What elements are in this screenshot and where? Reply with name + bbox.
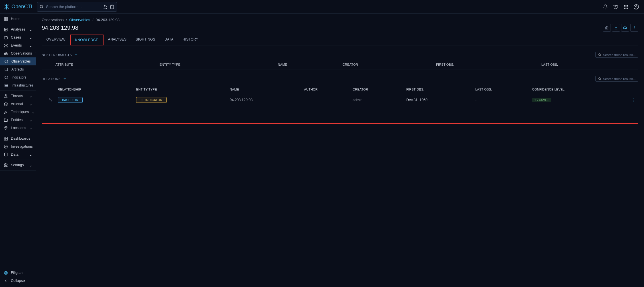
svg-rect-3 xyxy=(624,5,625,6)
tab-sightings[interactable]: SIGHTINGS xyxy=(131,35,160,45)
nav-entities[interactable]: Entities⌄ xyxy=(0,116,36,124)
col-first-obs[interactable]: FIRST OBS. xyxy=(434,60,539,69)
nav-dashboards[interactable]: Dashboards xyxy=(0,135,36,143)
nav-home[interactable]: Home xyxy=(0,15,36,23)
svg-rect-14 xyxy=(4,17,5,18)
clipboard-icon[interactable] xyxy=(110,5,114,9)
tab-analyses[interactable]: ANALYSES xyxy=(104,35,131,45)
apps-button[interactable] xyxy=(622,3,630,11)
search-input[interactable] xyxy=(46,5,101,9)
chevron-down-icon: ⌄ xyxy=(29,102,32,106)
database-icon xyxy=(3,152,8,157)
nav-artifacts[interactable]: Artifacts xyxy=(0,65,36,73)
bank-icon xyxy=(605,26,609,30)
nav-techniques[interactable]: Techniques⌄ xyxy=(0,108,36,116)
relations-search[interactable] xyxy=(595,76,638,82)
tab-history[interactable]: HISTORY xyxy=(178,35,203,45)
folder-icon xyxy=(3,118,8,122)
table-row[interactable]: BASED ON INDICATOR 94.203.129.98 admin D… xyxy=(42,94,638,106)
user-circle-icon xyxy=(633,4,639,10)
nav-locations[interactable]: Locations⌄ xyxy=(0,124,36,132)
nav-observations[interactable]: Observations⌃ xyxy=(0,49,36,57)
nested-search[interactable] xyxy=(595,52,638,58)
add-relation-button[interactable]: + xyxy=(63,76,66,81)
breadcrumb-observables[interactable]: Observables xyxy=(69,18,90,22)
nav-cases[interactable]: Cases⌄ xyxy=(0,33,36,41)
nav-observables[interactable]: Observables xyxy=(0,57,36,65)
svg-point-43 xyxy=(599,54,601,56)
action-download[interactable] xyxy=(612,24,620,32)
svg-point-36 xyxy=(4,145,7,148)
more-vert-icon xyxy=(632,26,636,30)
nav-indicators[interactable]: Indicators xyxy=(0,73,36,81)
tab-overview[interactable]: OVERVIEW xyxy=(42,35,70,45)
relations-title: RELATIONS xyxy=(42,77,61,81)
nav-investigations[interactable]: Investigations xyxy=(0,143,36,150)
tab-knowledge[interactable]: KNOWLEDGE xyxy=(70,35,104,45)
svg-rect-7 xyxy=(626,6,627,7)
confidence-chip: 1 - Confi… xyxy=(532,98,551,102)
layers-icon xyxy=(3,102,8,106)
global-search[interactable] xyxy=(37,2,117,12)
svg-rect-8 xyxy=(627,6,628,7)
account-button[interactable] xyxy=(632,3,641,11)
download-icon xyxy=(614,26,618,30)
svg-point-42 xyxy=(634,29,635,29)
nav-infrastructures[interactable]: Infrastructures xyxy=(0,81,36,89)
col-confidence[interactable]: CONFIDENCE LEVEL xyxy=(530,85,629,94)
relation-icon xyxy=(48,97,53,103)
col-author[interactable]: AUTHOR xyxy=(302,85,350,94)
bell-icon xyxy=(603,4,608,9)
svg-rect-4 xyxy=(626,5,627,6)
svg-rect-33 xyxy=(6,137,7,138)
col-last-obs[interactable]: LAST OBS. xyxy=(473,85,530,94)
add-nested-button[interactable]: + xyxy=(75,52,77,57)
col-attribute[interactable]: ATTRIBUTE xyxy=(53,60,157,69)
svg-rect-29 xyxy=(5,84,8,85)
grid-icon xyxy=(623,4,629,9)
svg-rect-10 xyxy=(626,8,627,9)
cell-creator: admin xyxy=(350,94,404,106)
col-creator[interactable]: CREATOR xyxy=(350,85,404,94)
nested-table: ATTRIBUTE ENTITY TYPE NAME CREATOR FIRST… xyxy=(42,60,638,69)
svg-rect-1 xyxy=(111,5,113,6)
col-relationship[interactable]: RELATIONSHIP xyxy=(55,85,134,94)
tab-data[interactable]: DATA xyxy=(160,35,178,45)
page-title: 94.203.129.98 xyxy=(42,25,78,31)
col-entity-type[interactable]: ENTITY TYPE xyxy=(157,60,275,69)
relations-search-input[interactable] xyxy=(603,77,636,81)
nav-threats[interactable]: Threats⌄ xyxy=(0,92,36,100)
alarm-button[interactable] xyxy=(611,3,620,11)
search-icon xyxy=(598,77,601,81)
nav-analyses[interactable]: Analyses⌄ xyxy=(0,25,36,33)
logo-icon xyxy=(3,4,10,10)
nav-arsenal[interactable]: Arsenal⌄ xyxy=(0,100,36,108)
col-last-obs[interactable]: LAST OBS. xyxy=(539,60,638,69)
microscope-icon[interactable] xyxy=(103,5,108,9)
col-entity-type[interactable]: ENTITY TYPE xyxy=(134,85,227,94)
nested-search-input[interactable] xyxy=(603,53,636,57)
search-icon xyxy=(598,53,601,57)
action-enrich[interactable] xyxy=(603,24,611,32)
nav-events[interactable]: Events⌄ xyxy=(0,41,36,49)
col-name[interactable]: NAME xyxy=(275,60,340,69)
notifications-button[interactable] xyxy=(601,3,610,11)
app-logo[interactable]: OpenCTI xyxy=(3,4,32,10)
col-name[interactable]: NAME xyxy=(227,85,302,94)
filigran-icon xyxy=(3,270,8,275)
action-cloud[interactable] xyxy=(621,24,629,32)
breadcrumb-observations[interactable]: Observations xyxy=(42,18,64,22)
nav-filigran[interactable]: Filigran xyxy=(0,269,36,277)
svg-point-37 xyxy=(4,153,7,154)
row-menu-button[interactable]: ⋮ xyxy=(631,98,635,103)
cell-first-obs: Dec 31, 1969 xyxy=(404,94,473,106)
svg-rect-11 xyxy=(627,8,628,9)
col-first-obs[interactable]: FIRST OBS. xyxy=(404,85,473,94)
col-creator[interactable]: CREATOR xyxy=(340,60,434,69)
relationship-chip: BASED ON xyxy=(58,97,83,103)
nav-collapse[interactable]: Collapse xyxy=(0,277,36,285)
nav-data[interactable]: Data⌄ xyxy=(0,150,36,158)
nav-settings[interactable]: Settings⌄ xyxy=(0,161,36,169)
svg-point-38 xyxy=(5,164,6,166)
action-more[interactable] xyxy=(630,24,638,32)
